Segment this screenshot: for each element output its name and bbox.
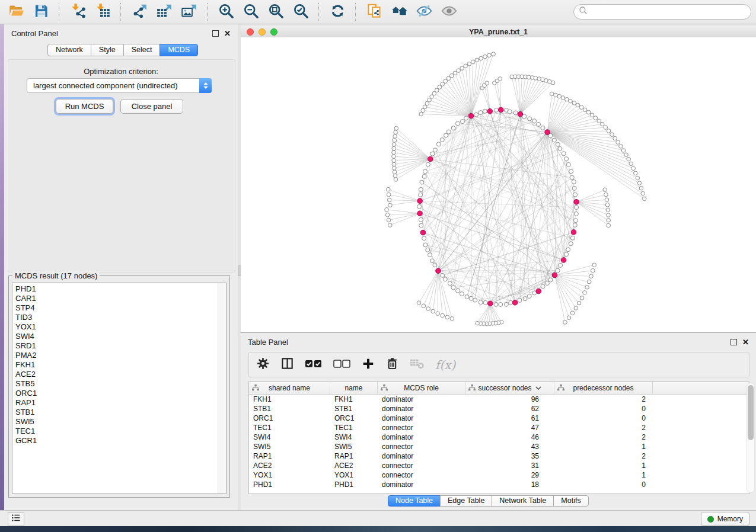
leaf-node[interactable]	[574, 306, 578, 310]
mcds-node[interactable]	[428, 156, 433, 162]
leaf-node[interactable]	[641, 191, 645, 196]
leaf-node[interactable]	[624, 153, 629, 157]
leaf-node[interactable]	[457, 69, 461, 73]
ring-node[interactable]	[464, 116, 468, 120]
leaf-node[interactable]	[554, 93, 558, 97]
ring-node[interactable]	[509, 300, 513, 305]
table-row[interactable]: RAP1RAP1dominator352	[249, 451, 749, 461]
create-column-button[interactable]	[362, 357, 375, 373]
mcds-result-item[interactable]: ORC1	[12, 389, 218, 398]
ring-node[interactable]	[420, 180, 424, 184]
ring-node[interactable]	[461, 120, 465, 124]
leaf-node[interactable]	[460, 66, 464, 70]
leaf-node[interactable]	[394, 178, 398, 182]
column-header-predecessor-nodes[interactable]: predecessor nodes	[554, 382, 653, 394]
mcds-node[interactable]	[518, 111, 523, 117]
leaf-node[interactable]	[605, 198, 609, 202]
tab-motifs[interactable]: Motifs	[553, 495, 588, 507]
mcds-result-item[interactable]: SWI4	[12, 332, 218, 341]
leaf-node[interactable]	[445, 315, 449, 319]
leaf-node[interactable]	[450, 317, 454, 321]
run-mcds-button[interactable]: Run MCDS	[56, 99, 113, 114]
mcds-result-item[interactable]: STB5	[12, 379, 218, 389]
leaf-node[interactable]	[385, 208, 389, 212]
leaf-node[interactable]	[586, 110, 591, 114]
leaf-node[interactable]	[590, 113, 594, 117]
export-network-button[interactable]	[129, 2, 149, 21]
leaf-node[interactable]	[634, 171, 638, 175]
mcds-result-item[interactable]: STP4	[12, 303, 218, 313]
ring-node[interactable]	[483, 109, 487, 113]
leaf-node[interactable]	[387, 198, 391, 202]
ring-node[interactable]	[559, 263, 563, 267]
mcds-node[interactable]	[536, 289, 541, 294]
ring-node[interactable]	[573, 193, 578, 197]
tab-style[interactable]: Style	[91, 44, 124, 56]
leaf-node[interactable]	[561, 96, 565, 100]
ring-node[interactable]	[423, 169, 428, 174]
table-row[interactable]: FKH1FKH1dominator962	[249, 395, 749, 404]
leaf-node[interactable]	[577, 301, 581, 305]
leaf-node[interactable]	[392, 158, 396, 162]
mcds-node[interactable]	[552, 273, 557, 278]
leaf-node[interactable]	[607, 129, 611, 133]
hide-selected-button[interactable]	[414, 2, 434, 21]
zoom-out-button[interactable]	[241, 2, 261, 21]
open-file-button[interactable]	[6, 2, 26, 21]
close-panel-icon[interactable]: ✕	[742, 338, 749, 346]
ring-node[interactable]	[569, 242, 573, 246]
leaf-node[interactable]	[550, 92, 554, 96]
criterion-select[interactable]: largest connected component (undirected)	[27, 78, 212, 93]
ring-node[interactable]	[428, 253, 432, 257]
leaf-node[interactable]	[610, 133, 614, 137]
ring-node[interactable]	[417, 204, 422, 209]
leaf-node[interactable]	[393, 170, 397, 174]
mcds-node[interactable]	[499, 107, 504, 113]
refresh-button[interactable]	[327, 2, 347, 21]
ring-node[interactable]	[456, 289, 460, 293]
ring-node[interactable]	[422, 174, 426, 178]
leaf-node[interactable]	[387, 187, 391, 191]
ring-node[interactable]	[465, 295, 469, 299]
leaf-node[interactable]	[485, 81, 489, 85]
ring-node[interactable]	[541, 284, 545, 289]
ring-node[interactable]	[451, 126, 455, 130]
leaf-node[interactable]	[392, 150, 396, 155]
zoom-in-button[interactable]	[216, 2, 236, 21]
leaf-node[interactable]	[479, 56, 483, 60]
network-window-titlebar[interactable]: YPA_prune.txt_1	[241, 26, 756, 38]
mcds-node[interactable]	[545, 130, 550, 135]
leaf-node[interactable]	[597, 119, 601, 123]
mcds-node[interactable]	[574, 200, 579, 205]
node-table[interactable]: shared namenameMCDS rolesuccessor nodesp…	[248, 382, 749, 494]
ring-node[interactable]	[556, 142, 560, 146]
leaf-node[interactable]	[392, 143, 396, 147]
ring-node[interactable]	[562, 152, 566, 156]
leaf-node[interactable]	[431, 309, 435, 313]
leaf-node[interactable]	[421, 108, 425, 113]
select-all-columns-button[interactable]	[305, 359, 323, 371]
ring-node[interactable]	[494, 302, 498, 306]
close-panel-icon[interactable]: ✕	[224, 30, 231, 37]
export-table-button[interactable]	[154, 2, 174, 21]
ring-node[interactable]	[422, 236, 426, 241]
tab-select[interactable]: Select	[123, 44, 161, 56]
ring-node[interactable]	[572, 180, 576, 184]
ring-node[interactable]	[430, 259, 434, 263]
leaf-node[interactable]	[642, 197, 646, 201]
mcds-node[interactable]	[487, 108, 493, 114]
leaf-node[interactable]	[613, 136, 617, 140]
tab-node-table[interactable]: Node Table	[388, 495, 441, 507]
leaf-node[interactable]	[570, 311, 575, 315]
leaf-node[interactable]	[476, 321, 480, 325]
tab-edge-table[interactable]: Edge Table	[440, 495, 492, 507]
ring-node[interactable]	[479, 111, 483, 115]
leaf-node[interactable]	[551, 81, 555, 85]
leaf-node[interactable]	[492, 52, 496, 56]
leaf-node[interactable]	[637, 181, 642, 185]
ring-node[interactable]	[574, 211, 578, 216]
ring-node[interactable]	[528, 117, 532, 121]
ring-node[interactable]	[564, 157, 569, 161]
ring-node[interactable]	[518, 298, 522, 302]
mcds-node[interactable]	[417, 198, 423, 204]
